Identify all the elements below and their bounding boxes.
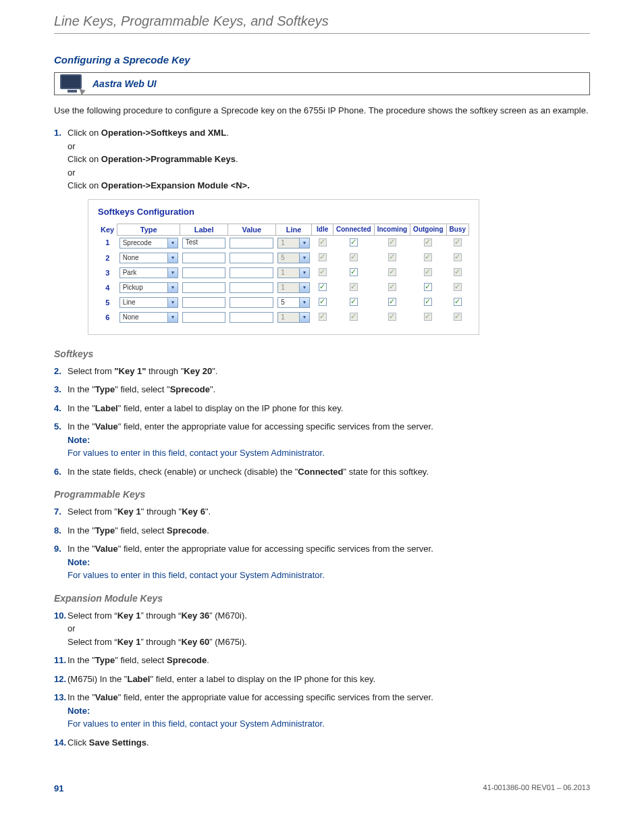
- step-3: 3. In the "Type" field, select "Sprecode…: [54, 383, 590, 396]
- step-1: 1. Click on Operation->Softkeys and XML.…: [54, 126, 590, 192]
- state-checkbox: [424, 268, 432, 276]
- state-checkbox[interactable]: [350, 298, 358, 306]
- chevron-down-icon: ▾: [299, 298, 309, 307]
- state-checkbox[interactable]: [424, 283, 432, 291]
- chevron-down-icon: ▾: [299, 253, 309, 263]
- step-2: 2. Select from "Key 1" through "Key 20".: [54, 365, 590, 378]
- state-checkbox[interactable]: [350, 238, 358, 246]
- value-input[interactable]: [230, 238, 273, 249]
- chevron-down-icon: ▾: [299, 238, 309, 248]
- step-12: 12. (M675i) In the "Label" field, enter …: [54, 673, 590, 686]
- softkeys-table: Key Type Label Value Line Idle Connected…: [98, 224, 469, 325]
- type-select[interactable]: None▾: [119, 253, 178, 263]
- state-checkbox[interactable]: [319, 283, 327, 291]
- line-select: 1▾: [277, 282, 310, 293]
- type-select[interactable]: Pickup▾: [119, 282, 178, 293]
- key-number: 1: [98, 235, 117, 251]
- table-row: 6None▾1▾: [98, 310, 469, 325]
- step-number: 1.: [54, 126, 61, 140]
- value-input[interactable]: [230, 282, 273, 293]
- step-8: 8. In the "Type" field, select Sprecode.: [54, 524, 590, 538]
- col-type: Type: [117, 224, 180, 235]
- section-title: Configuring a Sprecode Key: [54, 54, 590, 66]
- state-checkbox[interactable]: [319, 298, 327, 306]
- state-checkbox: [454, 268, 462, 276]
- key-number: 4: [98, 280, 117, 295]
- running-header: Line Keys, Programmable Keys, and Softke…: [54, 14, 590, 34]
- step-13: 13. In the "Value" field, enter the appr…: [54, 691, 590, 731]
- state-checkbox: [350, 313, 358, 321]
- table-row: 3Park▾1▾: [98, 265, 469, 280]
- step-14: 14. Click Save Settings.: [54, 736, 590, 750]
- type-select[interactable]: Line▾: [119, 297, 178, 308]
- col-busy: Busy: [446, 224, 468, 235]
- col-connected: Connected: [333, 224, 374, 235]
- state-checkbox: [424, 238, 432, 246]
- chevron-down-icon: ▾: [167, 283, 178, 292]
- col-incoming: Incoming: [374, 224, 410, 235]
- state-checkbox: [388, 313, 396, 321]
- key-number: 6: [98, 310, 117, 325]
- step-11: 11. In the "Type" field, select Sprecode…: [54, 654, 590, 667]
- intro-paragraph: Use the following procedure to configure…: [54, 105, 590, 117]
- state-checkbox: [388, 238, 396, 246]
- chevron-down-icon: ▾: [167, 313, 178, 322]
- state-checkbox[interactable]: [350, 268, 358, 276]
- state-checkbox[interactable]: [424, 298, 432, 306]
- chevron-down-icon: ▾: [299, 283, 309, 292]
- step-10: 10. Select from “Key 1” through “Key 36”…: [54, 609, 590, 649]
- value-input[interactable]: [230, 253, 273, 263]
- col-idle: Idle: [312, 224, 333, 235]
- state-checkbox[interactable]: [454, 298, 462, 306]
- label-input[interactable]: [182, 253, 226, 263]
- state-checkbox: [319, 313, 327, 321]
- state-checkbox: [424, 253, 432, 261]
- note-text: For values to enter in this field, conta…: [68, 448, 325, 458]
- state-checkbox: [319, 253, 327, 261]
- softkeys-config-title: Softkeys Configuration: [98, 207, 469, 217]
- state-checkbox: [319, 238, 327, 246]
- note-label: Note:: [68, 435, 90, 445]
- chevron-down-icon: ▾: [299, 268, 309, 278]
- monitor-icon: [60, 74, 84, 93]
- state-checkbox: [319, 268, 327, 276]
- step-5: 5. In the "Value" field, enter the appro…: [54, 420, 590, 460]
- page-footer: 91 41-001386-00 REV01 – 06.2013: [54, 783, 590, 793]
- type-select[interactable]: Sprecode▾: [119, 238, 178, 249]
- step-7: 7. Select from "Key 1" through "Key 6".: [54, 505, 590, 519]
- line-select: 5▾: [277, 253, 310, 263]
- label-input[interactable]: Test: [182, 238, 226, 249]
- state-checkbox[interactable]: [388, 298, 396, 306]
- state-checkbox: [388, 268, 396, 276]
- chevron-down-icon: ▾: [167, 238, 178, 248]
- type-select[interactable]: Park▾: [119, 267, 178, 278]
- label-input[interactable]: [182, 282, 226, 293]
- col-key: Key: [98, 224, 117, 235]
- key-number: 5: [98, 295, 117, 310]
- type-select[interactable]: None▾: [119, 312, 178, 323]
- value-input[interactable]: [230, 297, 273, 308]
- state-checkbox: [454, 253, 462, 261]
- chevron-down-icon: ▾: [167, 298, 178, 307]
- step-4: 4. In the "Label" field, enter a label t…: [54, 402, 590, 415]
- key-number: 2: [98, 251, 117, 265]
- label-input[interactable]: [182, 297, 226, 308]
- step-9: 9. In the "Value" field, enter the appro…: [54, 542, 590, 582]
- table-row: 2None▾5▾: [98, 251, 469, 265]
- callout-box: Aastra Web UI: [54, 72, 590, 95]
- key-number: 3: [98, 265, 117, 280]
- line-select[interactable]: 5▾: [277, 297, 310, 308]
- callout-title: Aastra Web UI: [92, 78, 157, 89]
- state-checkbox: [388, 253, 396, 261]
- state-checkbox: [424, 313, 432, 321]
- label-input[interactable]: [182, 312, 226, 323]
- chevron-down-icon: ▾: [167, 268, 178, 278]
- value-input[interactable]: [230, 312, 273, 323]
- label-input[interactable]: [182, 267, 226, 278]
- revision-text: 41-001386-00 REV01 – 06.2013: [483, 783, 590, 793]
- line-select: 1▾: [277, 267, 310, 278]
- state-checkbox: [350, 283, 358, 291]
- step-6: 6. In the state fields, check (enable) o…: [54, 465, 590, 479]
- col-line: Line: [275, 224, 312, 235]
- value-input[interactable]: [230, 267, 273, 278]
